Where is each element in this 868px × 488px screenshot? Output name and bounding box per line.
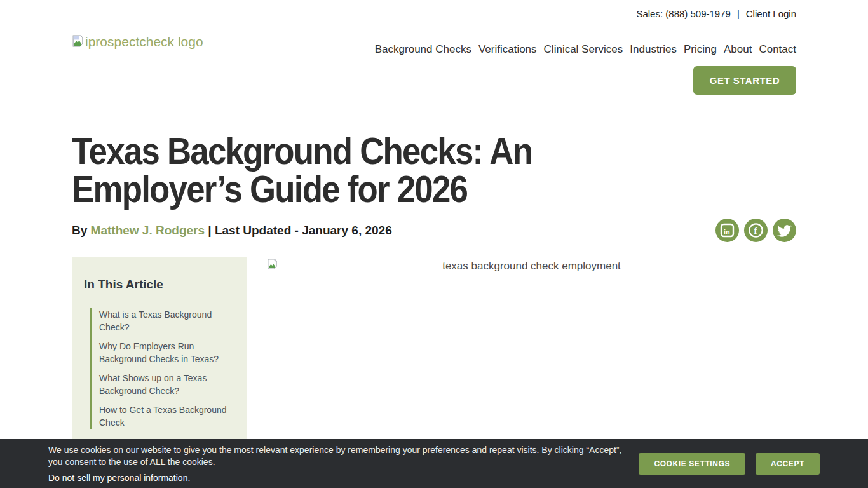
twitter-share-button[interactable] [773,219,796,242]
toc-item-what-is[interactable]: What is a Texas Background Check? [99,308,234,334]
topbar: Sales: (888) 509-1979|Client Login [0,0,868,19]
cookie-message-block: We use cookies on our website to give yo… [48,444,623,484]
nav-item-contact[interactable]: Contact [759,43,796,56]
get-started-button[interactable]: GET STARTED [693,66,796,95]
svg-text:f: f [754,226,758,236]
header-right: Background Checks Verifications Clinical… [375,43,796,95]
accept-button[interactable]: ACCEPT [756,453,820,475]
do-not-sell-link[interactable]: Do not sell my personal information. [48,473,190,483]
logo-alt-text: iprospectcheck logo [85,34,203,50]
svg-text:in: in [724,228,730,236]
author-link[interactable]: Matthew J. Rodgers [91,224,205,237]
sales-phone[interactable]: Sales: (888) 509-1979 [636,8,730,19]
cookie-settings-button[interactable]: COOKIE SETTINGS [639,453,745,475]
main-nav: Background Checks Verifications Clinical… [375,43,796,56]
page-title-line-1: Texas Background Checks: An [72,132,709,170]
facebook-share-button[interactable]: f [744,219,768,242]
linkedin-share-button[interactable]: in [715,219,739,242]
social-share-buttons: in f [715,219,796,242]
byline: By Matthew J. Rodgers | Last Updated - J… [72,224,392,238]
toc-list: What is a Texas Background Check? Why Do… [90,308,234,429]
article-main: Texas Background Checks: An Employer’s G… [72,132,796,488]
hero-image-alt-text: texas background check employment [267,260,796,273]
linkedin-icon: in [715,219,739,242]
site-logo[interactable]: iprospectcheck logo [72,34,203,50]
cookie-message: We use cookies on our website to give yo… [48,444,623,468]
toc-list-item: How to Get a Texas Background Check [99,403,234,429]
broken-image-icon [72,35,84,50]
toc-item-how-to-get[interactable]: How to Get a Texas Background Check [99,403,234,429]
client-login-link[interactable]: Client Login [746,8,796,19]
broken-image-icon [267,259,278,272]
nav-item-background-checks[interactable]: Background Checks [375,43,471,56]
toc-list-item: What is a Texas Background Check? [99,308,234,334]
nav-item-industries[interactable]: Industries [630,43,677,56]
cookie-buttons: COOKIE SETTINGS ACCEPT [639,453,820,475]
topbar-separator: | [737,8,740,19]
toc-list-item: What Shows up on a Texas Background Chec… [99,372,234,397]
nav-item-about[interactable]: About [724,43,752,56]
twitter-icon [773,219,796,242]
toc-list-item: Why Do Employers Run Background Checks i… [99,340,234,365]
byline-row: By Matthew J. Rodgers | Last Updated - J… [72,219,796,242]
page-title-line-2: Employer’s Guide for 2026 [72,170,709,208]
toc-item-why-employers[interactable]: Why Do Employers Run Background Checks i… [99,340,234,365]
nav-item-pricing[interactable]: Pricing [684,43,717,56]
hero-image-placeholder: texas background check employment [267,257,796,273]
nav-item-clinical-services[interactable]: Clinical Services [544,43,623,56]
byline-prefix: By [72,224,87,237]
toc-title: In This Article [84,278,234,292]
cookie-banner: We use cookies on our website to give yo… [0,439,868,488]
site-header: iprospectcheck logo Background Checks Ve… [72,19,796,103]
toc-item-what-shows-up[interactable]: What Shows up on a Texas Background Chec… [99,372,234,397]
facebook-icon: f [744,219,768,242]
nav-item-verifications[interactable]: Verifications [478,43,537,56]
byline-date: | Last Updated - January 6, 2026 [208,224,391,237]
page-title: Texas Background Checks: An Employer’s G… [72,132,796,208]
